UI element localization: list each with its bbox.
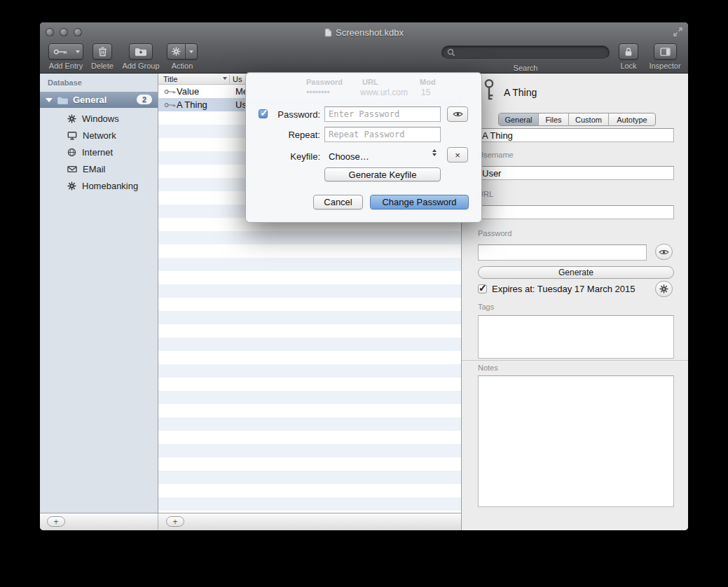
obscured-cell-url: www.url.com: [360, 88, 408, 97]
show-password-button[interactable]: [447, 106, 468, 122]
bottom-bar-divider: [158, 513, 158, 530]
add-entry-plus-button[interactable]: +: [166, 516, 184, 527]
notes-label: Notes: [478, 364, 498, 372]
sidebar-item-windows[interactable]: Windows: [40, 110, 158, 127]
sidebar-section-header: Database: [48, 78, 82, 87]
gear-icon: [67, 114, 76, 123]
delete-button[interactable]: [92, 43, 112, 60]
dialog-keyfile-label: Keyfile:: [246, 151, 320, 162]
lock-button[interactable]: [619, 43, 638, 60]
entry-key-icon: [481, 78, 497, 102]
sidebar-group-general[interactable]: General 2: [40, 92, 158, 108]
add-group-label: Add Group: [122, 62, 159, 70]
tab-files[interactable]: Files: [539, 113, 569, 125]
sidebar-item-label: Windows: [82, 113, 119, 124]
keyfile-popup-value[interactable]: Choose…: [329, 151, 369, 162]
search-input[interactable]: [459, 47, 604, 58]
fullscreen-icon[interactable]: [673, 27, 682, 36]
key-icon: [164, 89, 176, 95]
chevron-up-icon: [432, 149, 437, 152]
lock-tool: Lock: [614, 43, 643, 70]
sidebar-item-network[interactable]: Network: [40, 127, 158, 144]
title-field[interactable]: [478, 128, 674, 142]
entry-title: Value: [177, 86, 199, 97]
keyfile-stepper-icon[interactable]: [432, 149, 437, 156]
sidebar-item-label: Internet: [82, 147, 113, 158]
inspector-panel: A Thing General Files Custom Autotype Us…: [461, 74, 688, 530]
key-icon: [48, 44, 72, 59]
new-password-input[interactable]: [324, 106, 441, 122]
sidebar-item-email[interactable]: EMail: [40, 160, 158, 177]
envelope-icon: [67, 165, 77, 173]
action-dropdown[interactable]: [186, 44, 197, 59]
inspector-panel-icon: [660, 48, 671, 56]
folder-plus-icon: [135, 47, 147, 56]
username-label: Username: [478, 151, 514, 159]
url-field[interactable]: [478, 205, 674, 219]
username-field[interactable]: [478, 166, 674, 180]
add-group-button[interactable]: [129, 43, 153, 60]
inspector-tool: Inspector: [647, 43, 683, 70]
column-username[interactable]: Us: [233, 75, 242, 83]
action-tool: Action: [165, 43, 200, 70]
sidebar-item-homebanking[interactable]: Homebanking: [40, 177, 158, 194]
gear-icon: [67, 181, 76, 191]
sidebar-item-internet[interactable]: Internet: [40, 144, 158, 160]
dialog-password-label: Password:: [246, 109, 320, 120]
generate-keyfile-label: Generate Keyfile: [349, 170, 417, 180]
eye-icon: [659, 249, 669, 256]
notes-field[interactable]: [478, 375, 674, 507]
chevron-down-icon: [432, 153, 437, 156]
delete-tool: Delete: [89, 43, 116, 70]
add-group-plus-button[interactable]: +: [47, 516, 65, 527]
tags-label: Tags: [478, 303, 494, 311]
generate-password-button[interactable]: Generate: [478, 266, 674, 279]
globe-icon: [67, 148, 76, 157]
window-chrome: Screenshot.kdbx Add Entry Delete A: [40, 22, 688, 74]
tab-general[interactable]: General: [499, 113, 539, 125]
lock-label: Lock: [620, 62, 636, 70]
disclosure-triangle-icon[interactable]: [46, 98, 53, 102]
plus-icon: +: [172, 518, 177, 526]
reveal-password-button[interactable]: [655, 244, 673, 260]
window-title: Screenshot.kdbx: [336, 27, 404, 38]
sidebar-item-label: EMail: [83, 164, 106, 174]
trash-icon: [98, 46, 107, 57]
add-entry-button[interactable]: [48, 43, 83, 60]
expires-checkbox[interactable]: [478, 284, 487, 294]
obscured-column-password: Password: [306, 78, 343, 86]
generate-keyfile-button[interactable]: Generate Keyfile: [324, 167, 441, 181]
window-title-area: Screenshot.kdbx: [40, 27, 688, 38]
sidebar-item-label: Network: [83, 130, 116, 141]
action-button[interactable]: [167, 43, 198, 60]
dialog-repeat-label: Repeat:: [246, 130, 320, 140]
inspector-button[interactable]: [654, 43, 677, 60]
password-label: Password: [478, 229, 511, 237]
delete-label: Delete: [91, 62, 114, 70]
sidebar-item-label: Homebanking: [82, 181, 138, 191]
cancel-button[interactable]: Cancel: [313, 195, 363, 209]
monitor-icon: [67, 131, 77, 140]
clear-keyfile-button[interactable]: ×: [447, 147, 468, 163]
add-group-tool: Add Group: [122, 43, 160, 70]
column-divider[interactable]: [229, 74, 230, 83]
add-entry-label: Add Entry: [49, 62, 83, 70]
tags-field[interactable]: [478, 315, 674, 359]
tab-custom[interactable]: Custom: [569, 113, 609, 125]
expires-settings-button[interactable]: [655, 281, 673, 297]
change-password-button[interactable]: Change Password: [370, 195, 469, 209]
obscured-cell-modified: 15: [421, 88, 430, 97]
repeat-password-input[interactable]: [324, 127, 441, 142]
inspector-tabs: General Files Custom Autotype: [498, 113, 656, 126]
search-label: Search: [441, 64, 610, 72]
section-divider: [462, 360, 688, 361]
chevron-down-icon: [76, 50, 80, 53]
password-field[interactable]: [478, 244, 647, 261]
key-icon: [164, 102, 176, 108]
column-title[interactable]: Title: [163, 75, 177, 83]
sort-indicator-icon: [223, 77, 227, 80]
add-entry-dropdown[interactable]: [72, 44, 83, 59]
expires-label: Expires at: Tuesday 17 March 2015: [492, 284, 636, 294]
tab-autotype[interactable]: Autotype: [609, 113, 655, 125]
obscured-column-url: URL: [362, 78, 378, 86]
